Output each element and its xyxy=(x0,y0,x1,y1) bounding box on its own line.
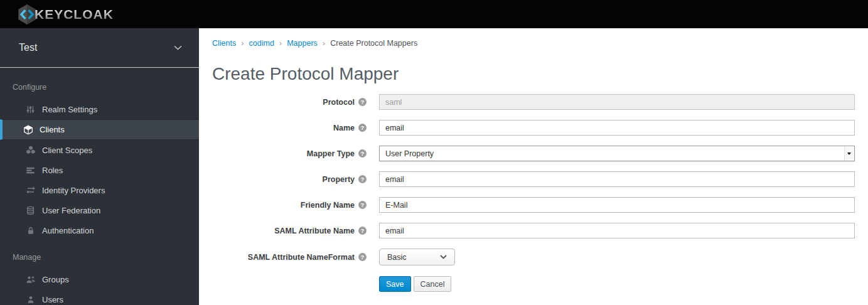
chevron-down-icon xyxy=(440,255,447,259)
help-icon[interactable]: ? xyxy=(358,201,367,209)
chevron-down-icon xyxy=(174,45,182,50)
breadcrumb-separator: › xyxy=(279,38,282,48)
sidebar-item-label: Realm Settings xyxy=(42,105,97,114)
sidebar-item-groups[interactable]: Groups xyxy=(0,269,199,289)
sidebar-item-realm-settings[interactable]: Realm Settings xyxy=(0,99,199,119)
sidebar-item-clients[interactable]: Clients xyxy=(0,119,199,140)
mapper-type-select[interactable]: User Property xyxy=(379,146,855,161)
saml-attribute-name-input[interactable] xyxy=(379,223,855,238)
sidebar: Test Configure Realm Settings Clients xyxy=(0,28,199,305)
mapper-type-value: User Property xyxy=(385,149,434,158)
friendly-name-label: Friendly Name xyxy=(301,201,355,210)
sliders-icon xyxy=(25,104,36,115)
sidebar-item-label: Identity Providers xyxy=(42,186,105,195)
cancel-button[interactable]: Cancel xyxy=(414,276,452,292)
brand-text: KEYCLOAK xyxy=(35,7,114,22)
saml-nameformat-value: Basic xyxy=(387,253,407,262)
sidebar-item-authentication[interactable]: Authentication xyxy=(0,220,199,240)
help-icon[interactable]: ? xyxy=(358,175,367,183)
keycloak-logo[interactable]: KEYCLOAK xyxy=(16,3,114,26)
saml-nameformat-select[interactable]: Basic xyxy=(379,249,455,265)
help-icon[interactable]: ? xyxy=(358,124,367,132)
saml-attribute-name-label: SAML Attribute Name xyxy=(274,227,355,235)
help-icon[interactable]: ? xyxy=(358,253,367,261)
form-actions: Save Cancel xyxy=(379,276,868,292)
save-button[interactable]: Save xyxy=(379,276,411,292)
sidebar-item-label: Groups xyxy=(42,275,69,284)
select-arrow-icon xyxy=(844,147,854,160)
page-title: Create Protocol Mapper xyxy=(212,64,868,84)
sidebar-item-label: Authentication xyxy=(42,226,94,235)
breadcrumb-clients[interactable]: Clients xyxy=(212,39,236,48)
sidebar-item-label: User Federation xyxy=(42,206,100,215)
sidebar-item-label: Clients xyxy=(40,125,65,134)
help-icon[interactable]: ? xyxy=(358,227,367,235)
topbar: KEYCLOAK xyxy=(0,0,868,28)
breadcrumb: Clients › codimd › Mappers › Create Prot… xyxy=(212,38,868,48)
main-content: Clients › codimd › Mappers › Create Prot… xyxy=(199,28,868,305)
form-row-friendly-name: Friendly Name ? xyxy=(212,197,868,213)
sidebar-section-configure: Configure xyxy=(0,68,199,99)
breadcrumb-current: Create Protocol Mappers xyxy=(330,39,417,48)
exchange-arrows-icon xyxy=(25,185,36,196)
form-row-protocol: Protocol ? xyxy=(212,94,868,110)
sidebar-item-client-scopes[interactable]: Client Scopes xyxy=(0,140,199,160)
help-icon[interactable]: ? xyxy=(358,98,367,106)
form-row-saml-attribute-name: SAML Attribute Name ? xyxy=(212,223,868,238)
protocol-input[interactable] xyxy=(379,94,855,110)
breadcrumb-separator: › xyxy=(323,38,325,48)
realm-selector[interactable]: Test xyxy=(0,28,199,68)
name-input[interactable] xyxy=(379,120,855,136)
sidebar-item-label: Users xyxy=(42,295,63,304)
form-row-saml-nameformat: SAML Attribute NameFormat ? Basic xyxy=(212,249,868,265)
property-label: Property xyxy=(323,175,355,184)
groups-icon xyxy=(25,274,36,285)
sidebar-item-label: Client Scopes xyxy=(42,146,92,155)
cubes-icon xyxy=(25,145,36,156)
user-icon xyxy=(25,294,36,305)
realm-name: Test xyxy=(19,42,37,53)
cube-icon xyxy=(23,124,33,135)
database-icon xyxy=(25,205,36,216)
create-mapper-form: Protocol ? Name ? Mapper Type ? xyxy=(212,94,868,292)
name-label: Name xyxy=(333,124,355,132)
sidebar-item-label: Roles xyxy=(42,166,63,175)
breadcrumb-mappers[interactable]: Mappers xyxy=(287,39,318,48)
sidebar-section-manage: Manage xyxy=(0,240,199,269)
breadcrumb-separator: › xyxy=(241,38,244,48)
mapper-type-label: Mapper Type xyxy=(307,149,355,158)
friendly-name-input[interactable] xyxy=(379,197,855,213)
form-row-property: Property ? xyxy=(212,171,868,187)
form-row-name: Name ? xyxy=(212,120,868,136)
help-icon[interactable]: ? xyxy=(358,149,367,158)
list-bars-icon xyxy=(25,165,36,176)
property-input[interactable] xyxy=(379,171,855,187)
lock-icon xyxy=(25,225,36,236)
sidebar-item-users[interactable]: Users xyxy=(0,289,199,305)
sidebar-item-identity-providers[interactable]: Identity Providers xyxy=(0,180,199,200)
sidebar-item-roles[interactable]: Roles xyxy=(0,160,199,180)
form-row-mapper-type: Mapper Type ? User Property xyxy=(212,146,868,161)
breadcrumb-codimd[interactable]: codimd xyxy=(249,39,274,48)
protocol-label: Protocol xyxy=(323,98,355,107)
sidebar-item-user-federation[interactable]: User Federation xyxy=(0,200,199,220)
saml-nameformat-label: SAML Attribute NameFormat xyxy=(248,253,355,262)
